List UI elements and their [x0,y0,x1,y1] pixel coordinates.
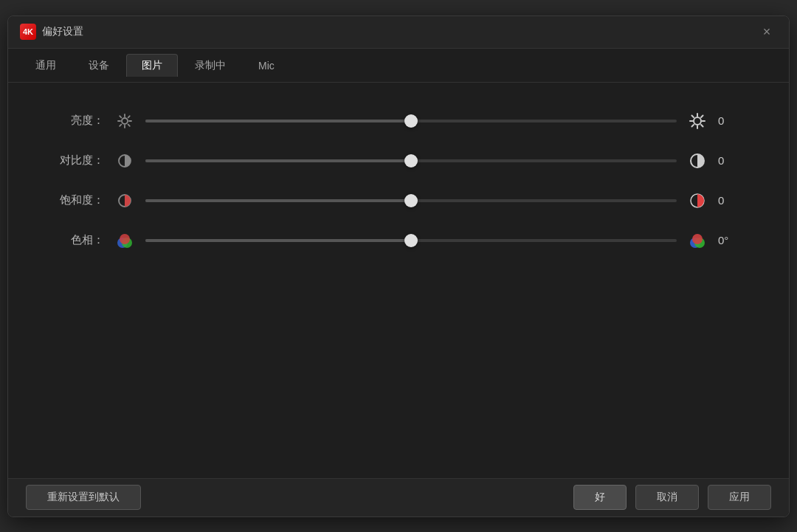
contrast-label: 对比度： [52,153,104,167]
footer: 重新设置到默认 好 取消 应用 [8,478,789,517]
app-icon: 4K [20,24,36,40]
svg-line-17 [691,125,693,126]
preferences-window: 4K 偏好设置 × 通用 设备 图片 录制中 Mic 亮度： [7,15,790,517]
saturation-slider[interactable] [145,192,677,210]
ok-button[interactable]: 好 [573,485,627,510]
hue-row: 色相： 0° [52,232,745,249]
svg-point-27 [692,234,703,244]
saturation-icon-right [689,192,706,210]
saturation-row: 饱和度： 0 [52,192,745,210]
hue-value: 0° [718,234,745,246]
tab-mic[interactable]: Mic [243,55,290,76]
svg-line-15 [701,125,703,126]
saturation-icon-left [116,192,134,210]
tab-device[interactable]: 设备 [73,54,125,77]
hue-icon-left [116,232,134,249]
hue-icon-right [689,232,706,249]
title-left: 4K 偏好设置 [20,24,83,40]
brightness-icon-left [116,112,134,130]
apply-button[interactable]: 应用 [708,485,771,510]
contrast-slider[interactable] [145,152,677,170]
svg-point-0 [122,118,128,124]
svg-point-9 [694,117,701,125]
contrast-value: 0 [718,154,745,167]
brightness-slider[interactable] [145,112,677,130]
content-area: 亮度： [8,83,789,478]
svg-point-24 [120,234,130,244]
title-bar: 4K 偏好设置 × [8,16,789,49]
tab-image[interactable]: 图片 [126,54,178,77]
brightness-value: 0 [718,114,745,127]
hue-slider[interactable] [145,232,677,249]
svg-line-16 [701,115,703,117]
svg-line-7 [128,116,130,117]
window-title: 偏好设置 [42,25,83,38]
footer-left: 重新设置到默认 [26,485,141,510]
contrast-icon-left [116,152,134,170]
brightness-icon-right [689,112,706,130]
saturation-label: 饱和度： [52,193,104,207]
svg-line-14 [691,115,693,117]
close-button[interactable]: × [756,21,777,42]
svg-line-8 [120,124,121,125]
svg-line-6 [128,124,130,125]
reset-button[interactable]: 重新设置到默认 [26,485,141,510]
contrast-icon-right [689,152,706,170]
tab-general[interactable]: 通用 [20,54,72,77]
hue-label: 色相： [52,233,104,247]
brightness-label: 亮度： [52,114,104,128]
saturation-value: 0 [718,194,745,207]
cancel-button[interactable]: 取消 [635,485,699,510]
contrast-row: 对比度： 0 [52,152,745,170]
tab-recording[interactable]: 录制中 [179,54,241,77]
brightness-row: 亮度： [52,112,745,130]
svg-line-5 [120,116,121,117]
footer-right: 好 取消 应用 [573,485,771,510]
tab-bar: 通用 设备 图片 录制中 Mic [8,49,789,83]
